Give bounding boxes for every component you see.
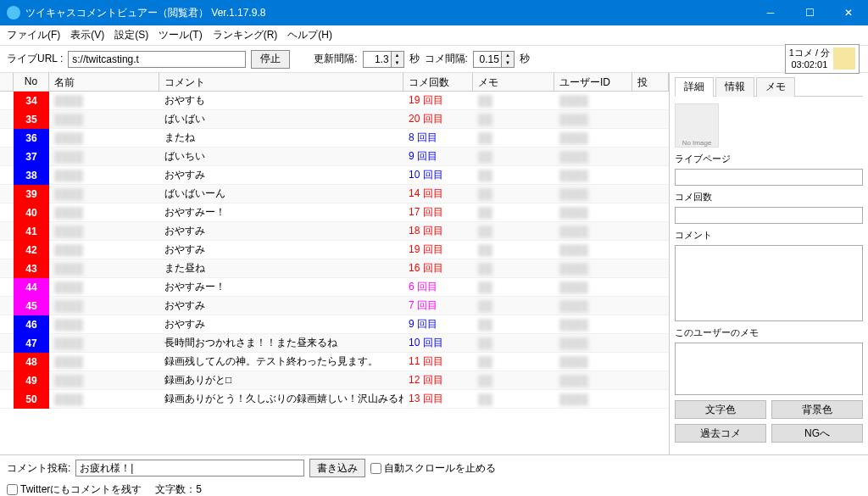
usermemo-field[interactable] [675,343,863,395]
stop-button[interactable]: 停止 [251,50,290,69]
table-row[interactable]: 49████録画ありがと□12 回目██████ [0,371,669,390]
cell-no: 45 [14,297,49,315]
cell-no: 48 [14,353,49,371]
update-interval-label: 更新間隔: [314,52,357,66]
table-row[interactable]: 48████録画残してんの神。テスト終わったら見ます。11 回目██████ [0,353,669,371]
table-row[interactable]: 45████おやすみ7 回目██████ [0,297,669,315]
cell-no: 44 [14,278,49,297]
close-button[interactable]: ✕ [829,0,868,25]
tab-info[interactable]: 情報 [715,77,754,97]
cell-memo: ██ [473,356,554,368]
cell-no: 49 [14,371,49,390]
cell-count: 19 回目 [403,93,473,108]
col-uid[interactable]: ユーザーID [554,73,632,91]
count-field[interactable] [675,207,863,224]
textcolor-button[interactable]: 文字色 [675,400,766,419]
livepage-field[interactable] [675,169,863,186]
cell-memo: ██ [473,319,554,331]
maximize-button[interactable]: ☐ [790,0,829,25]
cell-uid: ████ [554,226,632,237]
col-memo[interactable]: メモ [473,73,554,91]
cell-memo: ██ [473,151,554,163]
table-row[interactable]: 42████おやすみ19 回目██████ [0,241,669,259]
table-row[interactable]: 43████また昼ね16 回目██████ [0,259,669,278]
col-name[interactable]: 名前 [49,73,159,91]
cell-memo: ██ [473,170,554,181]
cell-no: 41 [14,222,49,241]
cell-uid: ████ [554,132,632,144]
col-comment[interactable]: コメント [159,73,403,91]
avatar: No Image [675,103,719,148]
side-panel: 詳細 情報 メモ No Image ライブページ コメ回数 コメント このユーザ… [670,73,868,454]
cell-uid: ████ [554,188,632,200]
cell-memo: ██ [473,226,554,237]
cell-name: ████ [49,300,159,312]
cell-uid: ████ [554,263,632,275]
cell-comment: おやすみ [159,224,403,238]
menu-file[interactable]: ファイル(F) [7,28,60,42]
post-input[interactable] [75,460,304,476]
menu-view[interactable]: 表示(V) [70,28,104,42]
bottom-bar: コメント投稿: 書き込み 自動スクロールを止める Twitterにもコメントを残… [0,454,868,496]
table-row[interactable]: 47████長時間おつかれさま！！また昼来るね10 回目██████ [0,334,669,353]
pastcomment-button[interactable]: 過去コメ [675,424,766,443]
cell-no: 43 [14,259,49,278]
table-row[interactable]: 35████ばいばい20 回目██████ [0,110,669,129]
grid-body[interactable]: 34████おやすも19 回目██████35████ばいばい20 回目████… [0,92,669,454]
table-row[interactable]: 40████おやすみー！17 回目██████ [0,203,669,222]
comment-label: コメント [675,229,863,242]
cell-comment: おやすみ [159,242,403,257]
table-row[interactable]: 41████おやすみ18 回目██████ [0,222,669,241]
minimize-button[interactable]: ─ [751,0,790,25]
cell-comment: 録画ありがとう！久しぶりの録画嬉しい！沢山みるねー😊 [159,392,403,406]
cell-count: 10 回目 [403,168,473,182]
titlebar: ツイキャスコメントビュアー（閲覧君） Ver.1.17.9.8 ─ ☐ ✕ [0,0,868,25]
cell-memo: ██ [473,244,554,256]
table-row[interactable]: 39████ばいばいーん14 回目██████ [0,185,669,203]
cell-name: ████ [49,207,159,219]
comment-interval-spinner[interactable]: ▲▼ [473,51,515,68]
table-row[interactable]: 34████おやすも19 回目██████ [0,92,669,110]
table-row[interactable]: 36████またね8 回目██████ [0,129,669,148]
rate-box: 1コメ / 分03:02:01 [785,44,860,74]
cell-no: 37 [14,148,49,166]
menu-ranking[interactable]: ランキング(R) [213,28,278,42]
table-row[interactable]: 44████おやすみー！6 回目██████ [0,278,669,297]
cell-name: ████ [49,375,159,387]
menu-tools[interactable]: ツール(T) [159,28,202,42]
cell-comment: おやすみー！ [159,205,403,220]
update-interval-spinner[interactable]: ▲▼ [363,51,404,68]
table-row[interactable]: 37████ばいちい9 回目██████ [0,148,669,166]
tab-memo[interactable]: メモ [756,77,795,97]
cell-comment: またね [159,131,403,145]
twitter-checkbox[interactable] [7,484,18,495]
cell-name: ████ [49,244,159,256]
ng-button[interactable]: NGへ [771,424,863,443]
cell-memo: ██ [473,337,554,349]
tab-detail[interactable]: 詳細 [675,77,714,97]
col-count[interactable]: コメ回数 [403,73,473,91]
app-icon [7,6,20,20]
table-row[interactable]: 46████おやすみ9 回目██████ [0,315,669,334]
cell-uid: ████ [554,300,632,312]
cell-count: 14 回目 [403,187,473,201]
stopscroll-checkbox[interactable] [370,463,381,474]
cell-comment: おやすみ [159,317,403,332]
cell-no: 50 [14,390,49,409]
post-button[interactable]: 書き込み [309,459,365,477]
menu-help[interactable]: ヘルプ(H) [287,28,332,42]
livepage-label: ライブページ [675,153,863,165]
bgcolor-button[interactable]: 背景色 [771,400,863,419]
cell-count: 19 回目 [403,242,473,257]
col-no[interactable]: No [14,73,49,91]
col-last[interactable]: 投 [632,73,669,91]
comment-field[interactable] [675,245,863,321]
cell-name: ████ [49,188,159,200]
table-row[interactable]: 50████録画ありがとう！久しぶりの録画嬉しい！沢山みるねー😊13 回目███… [0,390,669,409]
url-input[interactable] [68,51,246,68]
cell-comment: 長時間おつかれさま！！また昼来るね [159,336,403,350]
cell-uid: ████ [554,319,632,331]
table-row[interactable]: 38████おやすみ10 回目██████ [0,166,669,185]
menu-settings[interactable]: 設定(S) [114,28,148,42]
cell-no: 34 [14,92,49,110]
